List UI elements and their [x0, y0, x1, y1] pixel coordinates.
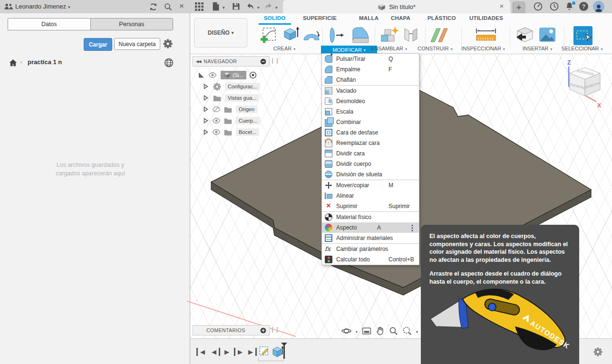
menu-item-calcular-todo[interactable]: Calcular todoControl+B: [322, 254, 419, 265]
look-at-icon[interactable]: [362, 327, 371, 335]
shared-views-globe-icon[interactable]: [164, 58, 174, 67]
help-icon[interactable]: ?: [579, 2, 588, 11]
create-sketch-icon[interactable]: [260, 26, 279, 45]
expand-icon[interactable]: [204, 118, 208, 124]
workspace-selector[interactable]: DISEÑO: [194, 18, 247, 48]
group-crear[interactable]: CREAR: [273, 46, 296, 54]
expand-icon[interactable]: [204, 106, 208, 112]
aspecto-more-options-icon[interactable]: [408, 223, 416, 232]
menu-item-dividir-cara[interactable]: Dividir cara: [322, 148, 419, 159]
menu-item-alinear[interactable]: Alinear: [322, 191, 419, 201]
recent-activity-clock-icon[interactable]: [550, 2, 559, 11]
menu-item-desmoldeo[interactable]: Desmoldeo: [322, 96, 419, 106]
panel-drag-handle[interactable]: [272, 327, 278, 333]
hide-panel-icon[interactable]: [260, 58, 266, 65]
viewcube[interactable]: Z X SUPERIOR FRONTAL DERECHA: [555, 58, 608, 113]
tab-malla[interactable]: MALLA: [359, 15, 379, 21]
menu-item-material-fisico[interactable]: Material físico: [322, 212, 419, 222]
timeline-extrude-feature[interactable]: [271, 345, 283, 358]
tab-superficie[interactable]: SUPERFICIE: [303, 15, 337, 21]
timeline-sketch-feature[interactable]: [258, 345, 270, 357]
tab-solido[interactable]: SOLIDO: [264, 15, 285, 21]
activate-component-radio-icon[interactable]: [249, 71, 257, 79]
press-pull-icon[interactable]: [328, 26, 346, 45]
browser-root-row[interactable]: (Si...: [199, 70, 257, 80]
browser-item-vistas[interactable]: Vistas gua...: [204, 93, 259, 103]
fit-caret-icon[interactable]: [416, 326, 418, 335]
zoom-icon[interactable]: [389, 326, 398, 335]
timeline-skip-start-button[interactable]: [196, 348, 207, 356]
insert-derive-icon[interactable]: [515, 26, 535, 45]
visibility-eye-icon[interactable]: [212, 118, 221, 124]
avatar[interactable]: [593, 1, 604, 12]
orbit-icon[interactable]: [341, 326, 351, 336]
visibility-off-eye-icon[interactable]: [212, 106, 221, 112]
comments-panel-header[interactable]: COMENTARIOS: [193, 325, 270, 335]
menu-item-pulsar-tirar[interactable]: Pulsar/TirarQ: [322, 54, 419, 64]
tab-datos[interactable]: Datos: [8, 19, 90, 30]
home-icon[interactable]: [9, 58, 18, 67]
group-seleccionar[interactable]: SELECCIONAR: [562, 46, 603, 54]
timeline-step-forward-button[interactable]: [234, 348, 245, 356]
collapse-panel-icon[interactable]: [196, 59, 201, 64]
fillet-icon[interactable]: [351, 26, 371, 45]
panel-drag-handle[interactable]: [272, 58, 278, 64]
job-status-icon[interactable]: [534, 2, 543, 11]
app-launcher-grid-icon[interactable]: [195, 2, 204, 11]
revolve-icon[interactable]: [302, 29, 321, 43]
browser-item-cuerpos[interactable]: Cuerp...: [204, 116, 260, 125]
undo-caret-icon[interactable]: [255, 2, 260, 11]
tab-chapa[interactable]: CHAPA: [391, 15, 410, 21]
root-document-item[interactable]: (Si...: [221, 71, 246, 79]
menu-item-escala[interactable]: Escala: [322, 106, 419, 117]
timeline-playhead[interactable]: [283, 343, 285, 359]
refresh-icon[interactable]: [149, 3, 157, 11]
menu-item-empalme[interactable]: EmpalmeF: [322, 64, 419, 75]
construct-plane-icon[interactable]: [429, 26, 449, 45]
extrude-icon[interactable]: [282, 25, 301, 46]
insert-image-icon[interactable]: [538, 27, 556, 43]
file-menu-caret-icon[interactable]: [221, 2, 225, 11]
joint-icon[interactable]: [401, 26, 420, 45]
menu-item-suprimir[interactable]: SuprimirSuprimir: [322, 201, 419, 211]
expand-icon[interactable]: [204, 84, 208, 89]
timeline-skip-end-button[interactable]: [246, 348, 257, 356]
browser-panel-header[interactable]: NAVEGADOR: [193, 56, 270, 67]
expand-comments-icon[interactable]: [260, 327, 266, 334]
browser-item-bocetos[interactable]: Bocet...: [204, 127, 259, 137]
new-folder-button[interactable]: Nueva carpeta: [114, 38, 160, 50]
pan-hand-icon[interactable]: [376, 326, 385, 335]
new-component-icon[interactable]: [379, 26, 399, 45]
menu-item-vaciado[interactable]: Vaciado: [322, 86, 419, 96]
data-settings-gear-icon[interactable]: [163, 39, 173, 48]
select-icon[interactable]: [573, 26, 593, 46]
redo-caret-icon[interactable]: [273, 2, 278, 11]
timeline-step-back-button[interactable]: [209, 348, 220, 356]
menu-item-reemplazar-cara[interactable]: Reemplazar cara: [322, 138, 419, 148]
menu-item-mover-copiar[interactable]: Mover/copiarM: [322, 180, 419, 191]
new-document-tab-button[interactable]: [512, 1, 525, 13]
upload-button[interactable]: Cargar: [84, 38, 112, 51]
menu-item-division-de-silueta[interactable]: División de silueta: [322, 169, 419, 180]
orbit-caret-icon[interactable]: [356, 326, 358, 335]
expand-icon[interactable]: [204, 129, 208, 135]
expand-open-icon[interactable]: [199, 73, 204, 78]
tab-utilidades[interactable]: UTILIDADES: [469, 15, 503, 21]
group-ensamblar[interactable]: ENSAMBLAR: [371, 46, 407, 54]
document-tab[interactable]: Sin título*: [283, 0, 510, 13]
redo-icon[interactable]: [264, 3, 272, 10]
menu-item-cara-de-desfase[interactable]: Cara de desfase: [322, 127, 419, 138]
expand-icon[interactable]: [204, 95, 208, 101]
menu-item-administrar-materiales[interactable]: Administrar materiales: [322, 233, 419, 243]
menu-item-chaflan[interactable]: Chaflán: [322, 75, 419, 85]
menu-item-dividir-cuerpo[interactable]: Dividir cuerpo: [322, 159, 419, 169]
close-document-icon[interactable]: [498, 2, 505, 10]
timeline-settings-gear-icon[interactable]: [593, 347, 602, 356]
browser-item-origen[interactable]: Origen: [204, 105, 257, 114]
group-inspeccionar[interactable]: INSPECCIONAR: [461, 46, 505, 54]
group-construir[interactable]: CONSTRUIR: [418, 46, 452, 54]
measure-icon[interactable]: [475, 27, 497, 44]
menu-item-combinar[interactable]: Combinar: [322, 117, 419, 127]
breadcrumb[interactable]: practica 1 n: [28, 58, 62, 66]
fit-icon[interactable]: [402, 326, 412, 335]
